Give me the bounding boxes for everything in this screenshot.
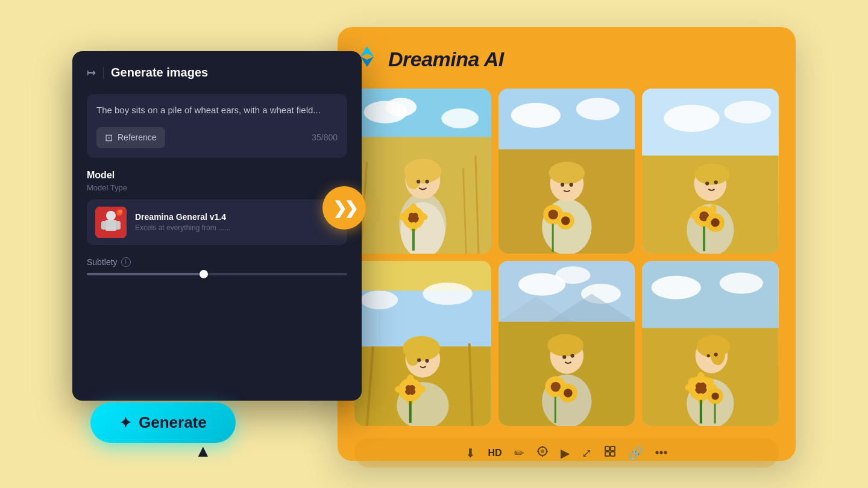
model-card[interactable]: Dreamina General v1.4 Excels at everythi…: [87, 199, 347, 245]
generate-star-icon: ✦: [119, 414, 131, 431]
generated-image-6[interactable]: [642, 261, 779, 426]
svg-point-34: [576, 98, 619, 120]
svg-point-21: [406, 169, 421, 189]
svg-point-73: [406, 347, 420, 366]
hd-button[interactable]: HD: [488, 448, 502, 458]
image-6-svg: [642, 261, 779, 426]
model-label: Model: [87, 170, 347, 181]
svg-point-94: [570, 354, 574, 358]
more-options-icon[interactable]: •••: [655, 446, 668, 460]
slider-track[interactable]: [87, 273, 347, 275]
svg-point-75: [425, 359, 429, 363]
svg-rect-3: [101, 221, 106, 230]
svg-point-41: [569, 183, 573, 187]
svg-point-79: [415, 386, 426, 393]
svg-point-28: [410, 204, 417, 213]
reference-row: ⊡ Reference 35/800: [96, 127, 338, 148]
download-icon[interactable]: ⬇: [465, 446, 476, 460]
svg-point-55: [714, 180, 718, 184]
image-toolbar: ⬇ HD ✏ ▶ ⤢: [354, 438, 779, 468]
svg-point-39: [549, 162, 585, 184]
svg-rect-62: [703, 227, 705, 251]
generated-image-3[interactable]: [642, 89, 779, 254]
svg-marker-8: [360, 57, 374, 67]
svg-point-33: [511, 103, 560, 128]
reference-button[interactable]: ⊡ Reference: [96, 127, 165, 148]
svg-rect-130: [605, 452, 609, 456]
svg-point-120: [712, 392, 719, 399]
svg-marker-7: [360, 46, 374, 57]
svg-rect-129: [611, 446, 615, 451]
model-section: Model Model Type Dreamina: [87, 170, 347, 245]
video-icon[interactable]: ▶: [561, 446, 570, 460]
next-arrow-button[interactable]: ❯❯: [322, 186, 366, 230]
generated-image-1[interactable]: [354, 89, 491, 254]
dreamina-header: Dreamina AI: [354, 44, 779, 74]
generate-label: Generate: [139, 413, 207, 432]
magic-edit-icon[interactable]: [536, 445, 549, 460]
generate-button[interactable]: ✦ Generate: [90, 402, 236, 443]
svg-point-107: [711, 343, 726, 365]
panel-header: ↦ Generate images: [87, 66, 347, 80]
generated-image-2[interactable]: [498, 89, 635, 254]
subtlety-label: Subtlety: [87, 257, 118, 267]
reference-icon: ⊡: [105, 132, 113, 143]
svg-point-16: [441, 108, 479, 128]
expand-icon[interactable]: ⤢: [582, 446, 592, 460]
svg-point-96: [550, 382, 560, 392]
reference-label: Reference: [118, 133, 157, 142]
svg-point-92: [547, 334, 583, 357]
model-desc: Excels at everything from ......: [135, 224, 339, 232]
svg-point-45: [561, 216, 570, 225]
svg-rect-118: [700, 400, 702, 424]
image-2-svg: [498, 89, 635, 254]
slider-thumb: [200, 270, 208, 278]
svg-rect-131: [611, 452, 615, 456]
svg-point-43: [548, 210, 558, 219]
image-4-svg: [354, 261, 491, 426]
svg-point-103: [720, 273, 763, 294]
image-5-svg: [498, 261, 635, 426]
panel-title: Generate images: [111, 66, 208, 80]
svg-point-77: [404, 384, 416, 396]
svg-rect-82: [409, 401, 412, 423]
svg-point-93: [562, 355, 566, 359]
svg-point-15: [386, 98, 417, 116]
svg-point-22: [417, 180, 420, 183]
enhance-icon[interactable]: ✏: [514, 446, 524, 460]
svg-point-59: [711, 218, 720, 227]
svg-rect-99: [554, 397, 556, 423]
svg-point-60: [690, 213, 700, 219]
svg-point-25: [408, 212, 420, 224]
svg-point-54: [705, 182, 709, 186]
svg-point-78: [395, 386, 406, 393]
svg-point-74: [417, 358, 421, 362]
transform-icon[interactable]: [604, 445, 616, 460]
svg-point-102: [652, 276, 701, 299]
svg-point-87: [555, 266, 590, 284]
model-type-label: Model Type: [87, 183, 347, 192]
svg-point-49: [664, 105, 720, 132]
svg-point-108: [707, 354, 710, 357]
info-icon[interactable]: i: [121, 257, 131, 267]
svg-point-1: [106, 211, 116, 221]
prompt-text[interactable]: The boy sits on a pile of wheat ears, wi…: [96, 104, 338, 117]
svg-point-114: [697, 372, 705, 383]
arrow-icon: ❯❯: [333, 198, 356, 218]
sidebar-icon: ↦: [87, 66, 96, 80]
svg-rect-46: [552, 224, 553, 252]
generated-image-4[interactable]: [354, 261, 491, 426]
svg-point-111: [695, 382, 708, 395]
link-icon[interactable]: 🔗: [628, 446, 643, 460]
svg-point-68: [360, 290, 398, 309]
svg-point-23: [425, 180, 429, 183]
image-1-svg: [354, 89, 491, 254]
svg-point-50: [724, 101, 771, 124]
svg-point-109: [714, 352, 718, 356]
image-3-svg: [642, 89, 779, 254]
svg-rect-30: [412, 229, 415, 251]
svg-rect-121: [714, 404, 716, 424]
svg-rect-128: [605, 446, 609, 451]
svg-point-98: [564, 389, 572, 397]
generated-image-5[interactable]: [498, 261, 635, 426]
